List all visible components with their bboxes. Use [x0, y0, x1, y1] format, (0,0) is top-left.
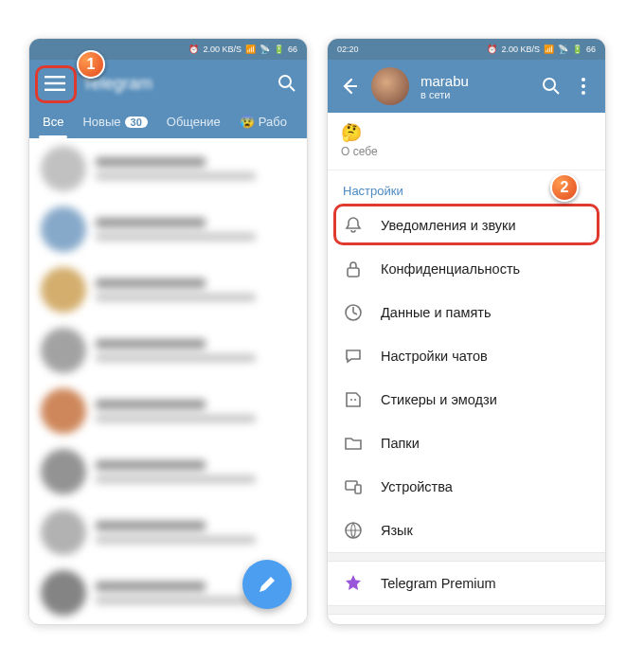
hamburger-icon	[45, 76, 65, 91]
back-button[interactable]	[339, 76, 360, 97]
chat-item[interactable]	[29, 138, 307, 199]
settings-notifications-label: Уведомления и звуки	[381, 218, 516, 233]
status-indicators: ⏰ 2.00 KB/S 📶 📡 🔋 66	[487, 45, 596, 54]
settings-privacy[interactable]: Конфиденциальность	[328, 247, 605, 291]
devices-icon	[343, 476, 364, 497]
chat-item[interactable]	[29, 441, 307, 502]
net-speed: 2.00 KB/S	[501, 45, 540, 54]
chat-item[interactable]	[29, 502, 307, 563]
alarm-icon: ⏰	[188, 45, 199, 54]
tab-work[interactable]: 😰 Рабо	[232, 107, 295, 138]
chat-item[interactable]	[29, 320, 307, 381]
section-separator	[328, 605, 605, 615]
search-icon	[277, 74, 296, 93]
about-emoji: 🤔	[341, 122, 592, 143]
settings-data[interactable]: Данные и память	[328, 291, 605, 334]
battery-icon: 🔋	[572, 45, 582, 54]
avatar	[41, 146, 86, 191]
svg-point-13	[350, 399, 352, 401]
status-time: 02:20	[337, 45, 359, 54]
settings-premium[interactable]: Telegram Premium	[328, 562, 605, 605]
alarm-icon: ⏰	[487, 45, 497, 54]
svg-point-14	[354, 399, 356, 401]
chat-item[interactable]	[29, 381, 307, 441]
chat-list[interactable]	[29, 138, 307, 623]
callout-badge-1: 1	[77, 50, 105, 79]
avatar	[41, 388, 86, 434]
svg-point-3	[279, 76, 291, 87]
settings-folders-label: Папки	[381, 436, 420, 451]
avatar	[41, 206, 86, 252]
main-header: Telegram	[29, 60, 307, 107]
menu-button[interactable]	[39, 67, 71, 99]
globe-icon	[343, 520, 364, 541]
svg-rect-1	[45, 82, 65, 84]
battery-icon: 🔋	[274, 45, 284, 54]
settings-privacy-label: Конфиденциальность	[381, 261, 520, 277]
settings-devices[interactable]: Устройства	[328, 465, 605, 509]
svg-line-4	[290, 86, 295, 91]
more-button[interactable]	[573, 76, 594, 97]
phone-right: 02:20 ⏰ 2.00 KB/S 📶 📡 🔋 66 marabu в сети	[327, 38, 606, 625]
tab-new-badge: 30	[125, 116, 148, 128]
avatar	[41, 328, 86, 373]
status-bar: 02:20 ⏰ 2.00 KB/S 📶 📡 🔋 66	[328, 39, 605, 60]
profile-avatar[interactable]	[371, 67, 409, 105]
section-separator	[328, 552, 605, 562]
settings-folders[interactable]: Папки	[328, 421, 605, 465]
profile-status: в сети	[420, 89, 529, 100]
chat-item[interactable]	[29, 199, 307, 260]
settings-header: marabu в сети	[328, 60, 605, 113]
bell-icon	[343, 215, 364, 236]
chat-item[interactable]	[29, 260, 307, 320]
svg-point-9	[581, 84, 585, 88]
settings-language[interactable]: Язык	[328, 509, 605, 552]
svg-rect-0	[45, 76, 65, 78]
svg-line-7	[554, 89, 559, 94]
battery-pct: 66	[586, 45, 596, 54]
phone-left: ⏰ 2.00 KB/S 📶 📡 🔋 66 Telegram 1 Все Новы…	[28, 38, 308, 625]
settings-chats[interactable]: Настройки чатов	[328, 334, 605, 378]
data-icon	[343, 302, 364, 323]
avatar	[41, 267, 86, 313]
avatar	[41, 510, 86, 555]
avatar	[41, 570, 86, 616]
search-icon	[542, 77, 561, 96]
status-indicators: ⏰ 2.00 KB/S 📶 📡 🔋 66	[188, 45, 297, 54]
about-section[interactable]: 🤔 О себе	[328, 113, 605, 170]
settings-language-label: Язык	[381, 523, 413, 538]
tab-social[interactable]: Общение	[159, 107, 228, 138]
chat-icon	[343, 346, 364, 367]
status-bar: ⏰ 2.00 KB/S 📶 📡 🔋 66	[29, 39, 307, 60]
svg-rect-11	[348, 268, 359, 277]
star-icon	[343, 573, 364, 594]
svg-point-10	[581, 91, 585, 95]
settings-notifications[interactable]: Уведомления и звуки	[328, 204, 605, 247]
search-button[interactable]	[541, 76, 562, 97]
battery-pct: 66	[288, 45, 297, 54]
callout-badge-2: 2	[550, 173, 579, 202]
tab-all[interactable]: Все	[35, 107, 71, 138]
settings-stickers-label: Стикеры и эмодзи	[381, 392, 497, 407]
signal-icon: 📶	[245, 45, 256, 54]
svg-point-6	[544, 79, 555, 90]
search-button[interactable]	[277, 73, 297, 94]
settings-chats-label: Настройки чатов	[381, 349, 488, 364]
compose-fab[interactable]	[242, 560, 292, 609]
more-vertical-icon	[581, 78, 585, 95]
settings-devices-label: Устройства	[381, 479, 453, 494]
wifi-icon: 📡	[259, 45, 270, 54]
profile-meta: marabu в сети	[420, 73, 529, 100]
folder-tabs: Все Новые 30 Общение 😰 Рабо	[29, 107, 307, 138]
section-help-header: Помощь	[328, 615, 605, 625]
tab-work-emoji: 😰	[240, 115, 255, 129]
lock-icon	[343, 259, 364, 279]
settings-data-label: Данные и память	[381, 305, 491, 320]
svg-rect-2	[45, 89, 65, 91]
signal-icon: 📶	[544, 45, 554, 54]
sticker-icon	[343, 389, 364, 410]
tab-new[interactable]: Новые 30	[75, 107, 154, 138]
settings-stickers[interactable]: Стикеры и эмодзи	[328, 378, 605, 421]
app-title: Telegram	[82, 74, 265, 94]
about-label: О себе	[341, 145, 592, 158]
